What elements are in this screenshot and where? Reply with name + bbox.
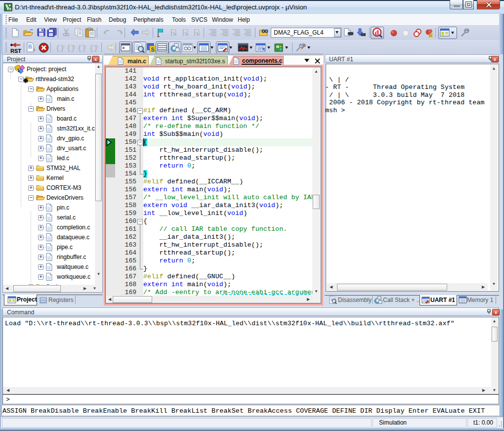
svg-text:RST: RST [10,48,21,54]
svg-text:d: d [375,29,379,37]
svg-text:>: > [122,46,125,51]
svg-text:5: 5 [9,7,11,11]
svg-text:S: S [151,46,155,52]
